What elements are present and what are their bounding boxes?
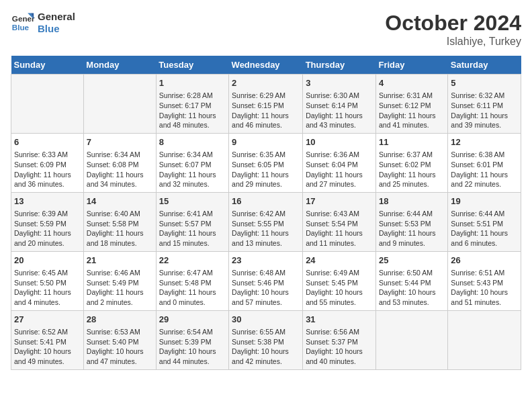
month-title: October 2024 Islahiye, Turkey (385, 11, 521, 48)
day-info: Sunrise: 6:41 AM Sunset: 5:57 PM Dayligh… (159, 209, 226, 248)
calendar-cell-week5-day2: 28Sunrise: 6:53 AM Sunset: 5:40 PM Dayli… (83, 310, 156, 369)
svg-text:Blue: Blue (12, 23, 30, 32)
day-number: 30 (232, 314, 300, 326)
header-tuesday: Tuesday (156, 56, 228, 75)
day-info: Sunrise: 6:36 AM Sunset: 6:04 PM Dayligh… (306, 150, 373, 189)
calendar-cell-week5-day7 (448, 310, 521, 369)
day-info: Sunrise: 6:35 AM Sunset: 6:05 PM Dayligh… (232, 150, 300, 189)
logo-text-general: General (38, 11, 75, 23)
calendar-cell-week3-day5: 17Sunrise: 6:43 AM Sunset: 5:54 PM Dayli… (303, 192, 376, 251)
header-wednesday: Wednesday (229, 56, 303, 75)
calendar-cell-week3-day1: 13Sunrise: 6:39 AM Sunset: 5:59 PM Dayli… (11, 192, 84, 251)
day-info: Sunrise: 6:49 AM Sunset: 5:45 PM Dayligh… (306, 268, 373, 308)
day-info: Sunrise: 6:30 AM Sunset: 6:14 PM Dayligh… (306, 91, 373, 130)
day-number: 8 (159, 136, 226, 148)
header-friday: Friday (375, 56, 447, 75)
day-number: 4 (379, 77, 445, 89)
day-info: Sunrise: 6:51 AM Sunset: 5:43 PM Dayligh… (451, 268, 518, 308)
calendar-cell-week1-day6: 4Sunrise: 6:31 AM Sunset: 6:12 PM Daylig… (375, 75, 447, 134)
day-info: Sunrise: 6:54 AM Sunset: 5:39 PM Dayligh… (159, 327, 226, 367)
day-number: 31 (306, 314, 373, 326)
day-number: 21 (87, 255, 153, 267)
day-info: Sunrise: 6:31 AM Sunset: 6:12 PM Dayligh… (379, 91, 445, 130)
calendar-cell-week5-day3: 29Sunrise: 6:54 AM Sunset: 5:39 PM Dayli… (156, 310, 228, 369)
calendar-cell-week1-day7: 5Sunrise: 6:32 AM Sunset: 6:11 PM Daylig… (448, 75, 521, 134)
calendar-cell-week5-day6 (375, 310, 447, 369)
day-info: Sunrise: 6:34 AM Sunset: 6:07 PM Dayligh… (159, 150, 226, 189)
day-info: Sunrise: 6:38 AM Sunset: 6:01 PM Dayligh… (451, 150, 518, 189)
calendar-cell-week2-day2: 7Sunrise: 6:34 AM Sunset: 6:08 PM Daylig… (83, 133, 156, 192)
day-info: Sunrise: 6:53 AM Sunset: 5:40 PM Dayligh… (87, 327, 153, 367)
header-saturday: Saturday (448, 56, 521, 75)
day-number: 28 (87, 314, 153, 326)
calendar-cell-week5-day5: 31Sunrise: 6:56 AM Sunset: 5:37 PM Dayli… (303, 310, 376, 369)
day-number: 7 (87, 136, 153, 148)
day-number: 15 (159, 195, 226, 208)
header-sunday: Sunday (11, 56, 84, 75)
day-info: Sunrise: 6:56 AM Sunset: 5:37 PM Dayligh… (306, 327, 373, 367)
day-info: Sunrise: 6:55 AM Sunset: 5:38 PM Dayligh… (232, 327, 300, 367)
calendar-cell-week3-day4: 16Sunrise: 6:42 AM Sunset: 5:55 PM Dayli… (229, 192, 303, 251)
day-info: Sunrise: 6:52 AM Sunset: 5:41 PM Dayligh… (14, 327, 81, 367)
day-info: Sunrise: 6:45 AM Sunset: 5:50 PM Dayligh… (14, 268, 81, 308)
calendar-cell-week5-day1: 27Sunrise: 6:52 AM Sunset: 5:41 PM Dayli… (11, 310, 84, 369)
day-info: Sunrise: 6:37 AM Sunset: 6:02 PM Dayligh… (379, 150, 445, 189)
day-info: Sunrise: 6:28 AM Sunset: 6:17 PM Dayligh… (159, 91, 226, 130)
day-number: 24 (306, 255, 373, 267)
day-number: 2 (232, 77, 300, 89)
calendar-week-4: 20Sunrise: 6:45 AM Sunset: 5:50 PM Dayli… (11, 251, 521, 310)
calendar-cell-week1-day4: 2Sunrise: 6:29 AM Sunset: 6:15 PM Daylig… (229, 75, 303, 134)
day-number: 25 (379, 255, 445, 267)
day-info: Sunrise: 6:40 AM Sunset: 5:58 PM Dayligh… (87, 209, 153, 248)
day-number: 11 (379, 136, 445, 148)
calendar-week-5: 27Sunrise: 6:52 AM Sunset: 5:41 PM Dayli… (11, 310, 521, 369)
calendar-cell-week4-day1: 20Sunrise: 6:45 AM Sunset: 5:50 PM Dayli… (11, 251, 84, 310)
day-number: 1 (159, 77, 226, 89)
calendar-cell-week2-day5: 10Sunrise: 6:36 AM Sunset: 6:04 PM Dayli… (303, 133, 376, 192)
day-info: Sunrise: 6:33 AM Sunset: 6:09 PM Dayligh… (14, 150, 81, 189)
page-header: General Blue General Blue October 2024 I… (11, 11, 521, 48)
day-number: 22 (159, 255, 226, 267)
logo: General Blue General Blue (11, 11, 75, 35)
day-number: 10 (306, 136, 373, 148)
day-number: 19 (451, 195, 518, 208)
day-number: 14 (87, 195, 153, 208)
day-number: 27 (14, 314, 81, 326)
day-info: Sunrise: 6:29 AM Sunset: 6:15 PM Dayligh… (232, 91, 300, 130)
day-info: Sunrise: 6:44 AM Sunset: 5:53 PM Dayligh… (379, 209, 445, 248)
day-number: 9 (232, 136, 300, 148)
calendar-cell-week1-day3: 1Sunrise: 6:28 AM Sunset: 6:17 PM Daylig… (156, 75, 228, 134)
location: Islahiye, Turkey (385, 36, 521, 48)
calendar-cell-week4-day3: 22Sunrise: 6:47 AM Sunset: 5:48 PM Dayli… (156, 251, 228, 310)
calendar-week-3: 13Sunrise: 6:39 AM Sunset: 5:59 PM Dayli… (11, 192, 521, 251)
day-number: 20 (14, 255, 81, 267)
day-number: 18 (379, 195, 445, 208)
day-info: Sunrise: 6:48 AM Sunset: 5:46 PM Dayligh… (232, 268, 300, 308)
day-number: 17 (306, 195, 373, 208)
calendar-cell-week1-day1 (11, 75, 84, 134)
logo-text-blue: Blue (38, 23, 75, 35)
calendar-cell-week2-day4: 9Sunrise: 6:35 AM Sunset: 6:05 PM Daylig… (229, 133, 303, 192)
day-info: Sunrise: 6:39 AM Sunset: 5:59 PM Dayligh… (14, 209, 81, 248)
day-info: Sunrise: 6:50 AM Sunset: 5:44 PM Dayligh… (379, 268, 445, 308)
calendar-cell-week4-day2: 21Sunrise: 6:46 AM Sunset: 5:49 PM Dayli… (83, 251, 156, 310)
calendar-cell-week2-day1: 6Sunrise: 6:33 AM Sunset: 6:09 PM Daylig… (11, 133, 84, 192)
calendar-header-row: SundayMondayTuesdayWednesdayThursdayFrid… (11, 56, 521, 75)
day-number: 3 (306, 77, 373, 89)
day-info: Sunrise: 6:34 AM Sunset: 6:08 PM Dayligh… (87, 150, 153, 189)
calendar-week-2: 6Sunrise: 6:33 AM Sunset: 6:09 PM Daylig… (11, 133, 521, 192)
calendar-cell-week3-day2: 14Sunrise: 6:40 AM Sunset: 5:58 PM Dayli… (83, 192, 156, 251)
day-number: 29 (159, 314, 226, 326)
day-number: 12 (451, 136, 518, 148)
calendar-cell-week4-day7: 26Sunrise: 6:51 AM Sunset: 5:43 PM Dayli… (448, 251, 521, 310)
day-number: 26 (451, 255, 518, 267)
calendar-cell-week3-day3: 15Sunrise: 6:41 AM Sunset: 5:57 PM Dayli… (156, 192, 228, 251)
header-monday: Monday (83, 56, 156, 75)
calendar-cell-week3-day6: 18Sunrise: 6:44 AM Sunset: 5:53 PM Dayli… (375, 192, 447, 251)
calendar-week-1: 1Sunrise: 6:28 AM Sunset: 6:17 PM Daylig… (11, 75, 521, 134)
day-number: 23 (232, 255, 300, 267)
calendar-cell-week5-day4: 30Sunrise: 6:55 AM Sunset: 5:38 PM Dayli… (229, 310, 303, 369)
month-year: October 2024 (385, 11, 521, 36)
day-number: 6 (14, 136, 81, 148)
day-number: 16 (232, 195, 300, 208)
